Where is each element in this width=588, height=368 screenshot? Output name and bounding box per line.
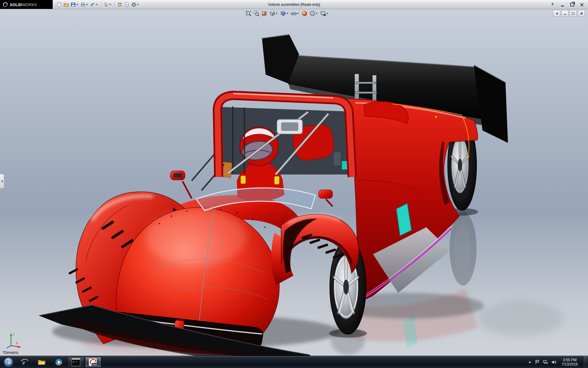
solidworks-icon: 2015: [89, 358, 98, 366]
dassault-3ds-icon: [2, 2, 8, 7]
display-style-icon[interactable]: [279, 10, 289, 17]
toolbar-separator: [101, 2, 101, 7]
graphics-area[interactable]: X Y *Dimetric: [0, 9, 588, 356]
restore-icon: [570, 3, 574, 6]
race-car-model[interactable]: [0, 9, 588, 356]
file-properties-icon[interactable]: [123, 1, 130, 8]
zoom-to-area-icon[interactable]: [253, 10, 260, 17]
toolbar-separator: [114, 2, 115, 7]
folder-icon: [37, 358, 46, 366]
minimize-icon: [564, 14, 566, 15]
view-orientation-icon[interactable]: [269, 10, 279, 17]
dropdown-chevron-icon[interactable]: [276, 13, 277, 14]
collapse-button[interactable]: [553, 10, 560, 17]
doc-minimize-button[interactable]: [561, 10, 568, 17]
dropdown-chevron-icon[interactable]: [137, 4, 139, 5]
clock-time: 3:55 PM: [562, 358, 578, 362]
taskbar-media-player[interactable]: [51, 357, 67, 367]
command-prompt-icon: C:\: [72, 358, 80, 366]
start-button[interactable]: [3, 357, 14, 368]
triad-x-label: X: [16, 342, 18, 345]
action-center-icon[interactable]: [534, 359, 540, 365]
orientation-label: *Dimetric: [2, 350, 19, 355]
doc-restore-button[interactable]: [570, 10, 577, 17]
svg-text:2015: 2015: [92, 363, 97, 366]
close-button[interactable]: [579, 2, 584, 7]
titlebar: SOLIDWORKS Voiture assemblee [Read-only]…: [0, 0, 588, 9]
taskbar: e C:\: [0, 356, 588, 368]
side-mirror-left[interactable]: [170, 171, 192, 198]
clock-date: 7/13/2015: [562, 362, 578, 366]
solidworks-logo: SOLIDWORKS: [0, 0, 53, 9]
save-icon[interactable]: [70, 1, 79, 8]
dropdown-chevron-icon[interactable]: [286, 13, 288, 14]
left-arrow-icon: [556, 12, 558, 15]
left-arrow-icon: [1, 180, 3, 182]
close-icon: [580, 12, 583, 15]
view-settings-icon[interactable]: [319, 10, 330, 17]
minimize-button[interactable]: [560, 2, 565, 7]
headsup-view-toolbar: [245, 10, 330, 17]
dropdown-chevron-icon[interactable]: [109, 4, 111, 5]
featuremanager-collapse-tab[interactable]: [0, 174, 4, 189]
taskbar-solidworks[interactable]: 2015: [85, 357, 101, 367]
restore-button[interactable]: [570, 2, 575, 7]
zoom-to-fit-icon[interactable]: [245, 10, 252, 17]
print-icon[interactable]: [80, 1, 89, 8]
standard-toolbar: [56, 1, 140, 8]
show-desktop-button[interactable]: [583, 356, 587, 368]
hide-show-items-icon[interactable]: [290, 10, 300, 17]
windows-start-icon: [3, 357, 14, 367]
new-document-icon[interactable]: [56, 1, 62, 8]
restore-icon: [572, 12, 575, 15]
hidden-icons-button[interactable]: [529, 361, 531, 363]
volume-icon[interactable]: [551, 359, 556, 365]
close-icon: [580, 3, 584, 6]
tray-clock[interactable]: 3:55 PM 7/13/2015: [559, 358, 580, 366]
reference-triad: X Y: [5, 332, 22, 349]
dropdown-chevron-icon[interactable]: [297, 13, 299, 14]
select-icon[interactable]: [103, 1, 112, 8]
media-player-icon: [55, 358, 63, 366]
apply-scene-icon[interactable]: [309, 10, 319, 17]
taskbar-command-prompt[interactable]: C:\: [68, 357, 84, 367]
open-icon[interactable]: [63, 1, 70, 8]
system-tray: 3:55 PM 7/13/2015: [529, 356, 588, 368]
dropdown-chevron-icon[interactable]: [96, 4, 98, 5]
options-icon[interactable]: [130, 1, 140, 8]
taskbar-items: e C:\: [17, 356, 101, 368]
harness-strap: [274, 176, 279, 184]
internet-explorer-icon: e: [20, 358, 29, 366]
help-button[interactable]: ?: [550, 2, 555, 7]
dropdown-chevron-icon[interactable]: [316, 13, 318, 14]
triad-y-label: Y: [13, 333, 15, 336]
brand-text: SOLIDWORKS: [10, 2, 37, 7]
edit-appearance-icon[interactable]: [301, 10, 308, 17]
section-view-icon[interactable]: [261, 10, 268, 17]
taskbar-internet-explorer[interactable]: e: [17, 357, 32, 367]
doc-close-button[interactable]: [578, 10, 585, 17]
rebuild-icon[interactable]: [116, 1, 123, 8]
dropdown-chevron-icon[interactable]: [76, 4, 78, 5]
taskbar-windows-explorer[interactable]: [34, 357, 50, 367]
window-controls: ?: [550, 2, 588, 7]
network-icon[interactable]: [543, 359, 548, 365]
minimize-icon: [561, 6, 564, 6]
dropdown-chevron-icon[interactable]: [86, 4, 88, 5]
document-window-controls: [553, 10, 585, 17]
side-mirror-right[interactable]: [318, 190, 333, 206]
undo-icon[interactable]: [89, 1, 99, 8]
dropdown-chevron-icon[interactable]: [326, 13, 328, 14]
solidworks-window: SOLIDWORKS Voiture assemblee [Read-only]…: [0, 0, 588, 368]
harness-strap: [241, 176, 246, 184]
